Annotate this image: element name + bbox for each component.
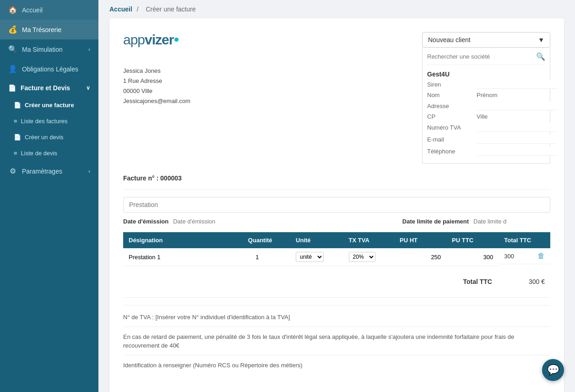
- doc-icon: 📄: [14, 102, 21, 109]
- adresse-input[interactable]: [477, 101, 557, 110]
- divider: [123, 189, 550, 190]
- sender-city: 00000 Ville: [123, 86, 190, 96]
- email-label: E-mail: [427, 136, 473, 143]
- col-designation: Désignation: [123, 232, 243, 248]
- prestation-input[interactable]: [123, 197, 550, 212]
- tva-row: Numéro TVA: [427, 123, 545, 132]
- delete-row-button[interactable]: 🗑: [537, 252, 545, 260]
- sidebar-item-label: Obligations Légales: [22, 65, 78, 73]
- search-input[interactable]: [427, 53, 536, 60]
- sidebar-item-liste-devis[interactable]: ≡ Liste de devis: [0, 145, 98, 161]
- client-dropdown-button[interactable]: Nouveau client ▼: [422, 32, 550, 48]
- telephone-row: Téléphone: [427, 147, 545, 156]
- date-emission-label: Date d'émission: [123, 218, 168, 225]
- sidebar-sub-label: Créer une facture: [25, 102, 74, 109]
- sidebar-item-obligations[interactable]: 👤 Obligations Légales: [0, 59, 98, 79]
- col-tx-tva: TX TVA: [343, 232, 394, 248]
- email-input[interactable]: [477, 135, 557, 144]
- cell-total-ttc: 300 🗑: [499, 248, 550, 264]
- breadcrumb: Accueil / Créer une facture: [98, 0, 575, 18]
- table-row: unité heure jour 20% 10% 5.5% 0%: [123, 248, 550, 266]
- chat-icon: 💬: [547, 364, 559, 376]
- search-icon[interactable]: 🔍: [536, 52, 545, 61]
- breadcrumb-separator: /: [137, 5, 139, 13]
- cell-tx-tva: 20% 10% 5.5% 0%: [343, 248, 394, 266]
- sidebar: 🏠 Accueil 💰 Ma Trésorerie 🔍 Ma Simulatio…: [0, 0, 98, 392]
- note-identification: Identification à renseigner (Numéro RCS …: [123, 361, 550, 375]
- sidebar-item-creer-facture[interactable]: 📄 Créer une facture: [0, 97, 98, 113]
- note-tva: N° de TVA : [Insérer votre N° individuel…: [123, 313, 550, 327]
- logo-area: appvizer Jessica Jones 1 Rue Adresse 000…: [123, 32, 190, 106]
- telephone-input[interactable]: [477, 147, 557, 156]
- date-limite-input[interactable]: [473, 218, 550, 225]
- invoice-top: appvizer Jessica Jones 1 Rue Adresse 000…: [123, 32, 550, 163]
- quantite-input[interactable]: [248, 254, 266, 261]
- dates-row: Date d'émission Date limite de paiement: [123, 218, 550, 225]
- date-emission-field: Date d'émission: [123, 218, 250, 225]
- table-body: unité heure jour 20% 10% 5.5% 0%: [123, 248, 550, 266]
- user-icon: 👤: [8, 65, 17, 73]
- siren-label: Siren: [427, 81, 473, 88]
- sender-email: Jessicajones@email.com: [123, 96, 190, 106]
- email-row: E-mail: [427, 135, 545, 144]
- col-pu-ttc: PU TTC: [446, 232, 499, 248]
- list2-icon: ≡: [14, 150, 17, 157]
- sender-address: 1 Rue Adresse: [123, 76, 190, 86]
- document-icon: 📄: [8, 84, 16, 92]
- gest4u-label: Gest4U: [427, 69, 545, 80]
- client-form: 🔍 Gest4U Siren Nom Prénom Adresse: [422, 48, 550, 163]
- gear-icon: ⚙: [8, 167, 17, 175]
- cell-unite: unité heure jour: [290, 248, 343, 266]
- client-dropdown-label: Nouveau client: [428, 36, 471, 44]
- notes-section: N° de TVA : [Insérer votre N° individuel…: [123, 305, 550, 374]
- nom-prenom-row: Nom Prénom: [427, 92, 545, 98]
- note-penalite: En cas de retard de paiement, une pénali…: [123, 332, 550, 355]
- chat-button[interactable]: 💬: [542, 359, 564, 381]
- sender-info: Jessica Jones 1 Rue Adresse 00000 Ville …: [123, 66, 190, 106]
- pu-ht-input[interactable]: [413, 254, 441, 261]
- total-ttc-value: 300: [504, 253, 514, 260]
- sidebar-item-parametrages[interactable]: ⚙ Paramètrages ‹: [0, 161, 98, 181]
- adresse-row: Adresse: [427, 101, 545, 110]
- treasury-icon: 💰: [8, 25, 17, 34]
- cell-designation: [123, 248, 243, 266]
- main-content: Accueil / Créer une facture appvizer Jes…: [98, 0, 575, 392]
- home-icon: 🏠: [8, 5, 17, 14]
- breadcrumb-current: Créer une facture: [146, 5, 195, 13]
- sidebar-item-creer-devis[interactable]: 📄 Créer un devis: [0, 129, 98, 145]
- sidebar-item-facture-devis[interactable]: 📄 Facture et Devis ∨: [0, 79, 98, 97]
- siren-input[interactable]: [477, 80, 557, 89]
- designation-input[interactable]: [129, 254, 237, 261]
- invoice-container: appvizer Jessica Jones 1 Rue Adresse 000…: [109, 18, 564, 392]
- sender-name: Jessica Jones: [123, 66, 190, 76]
- chevron-down-icon: ∨: [86, 85, 90, 91]
- divider2: [123, 297, 550, 298]
- pu-ttc-input[interactable]: [466, 254, 493, 261]
- tx-tva-select[interactable]: 20% 10% 5.5% 0%: [349, 252, 375, 262]
- sidebar-item-label: Ma Trésorerie: [22, 26, 61, 33]
- chevron-left-icon: ‹: [88, 168, 90, 174]
- nom-label: Nom: [427, 92, 473, 98]
- date-limite-label: Date limite de paiement: [402, 218, 469, 225]
- date-emission-input[interactable]: [173, 218, 250, 225]
- prenom-label: Prénom: [477, 92, 522, 98]
- tva-input[interactable]: [477, 123, 557, 132]
- col-unite: Unité: [290, 232, 343, 248]
- breadcrumb-home[interactable]: Accueil: [109, 5, 132, 13]
- sidebar-item-label: Accueil: [22, 6, 43, 14]
- sidebar-item-accueil[interactable]: 🏠 Accueil: [0, 0, 98, 20]
- unite-select[interactable]: unité heure jour: [296, 252, 324, 262]
- sidebar-item-simulation[interactable]: 🔍 Ma Simulation ‹: [0, 39, 98, 59]
- totals-row: Total TTC 300 €: [123, 273, 550, 290]
- sidebar-item-liste-factures[interactable]: ≡ Liste des factures: [0, 113, 98, 129]
- search-icon: 🔍: [8, 45, 17, 54]
- total-label: Total TTC: [463, 278, 492, 285]
- sidebar-sub-label: Créer un devis: [25, 134, 64, 141]
- cp-label: CP: [427, 113, 473, 120]
- sidebar-item-tresorerie[interactable]: 💰 Ma Trésorerie: [0, 20, 98, 39]
- chevron-icon: ‹: [88, 46, 90, 53]
- list-icon: ≡: [14, 118, 17, 125]
- doc2-icon: 📄: [14, 134, 21, 141]
- col-pu-ht: PU HT: [394, 232, 446, 248]
- sidebar-sub-label: Liste des factures: [21, 118, 68, 125]
